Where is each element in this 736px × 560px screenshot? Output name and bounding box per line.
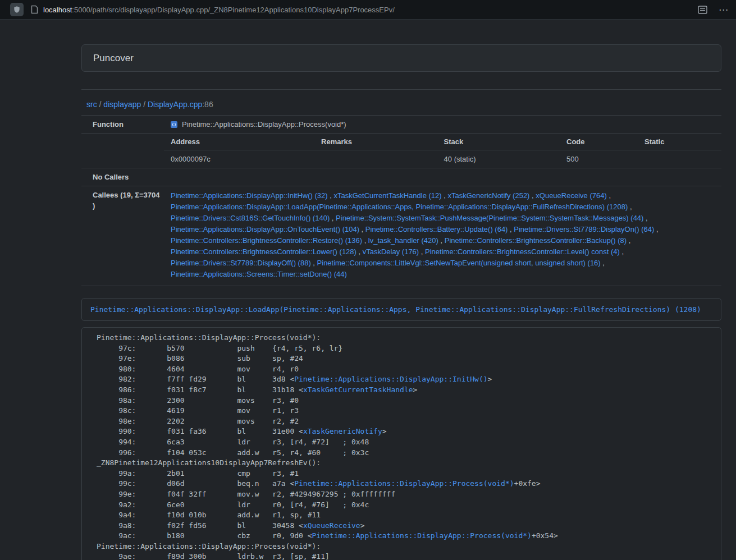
callee-link[interactable]: vTaskDelay (176) — [363, 247, 419, 256]
callee-separator: , — [362, 236, 368, 245]
callee-separator: , — [419, 247, 425, 256]
function-symbol: Pinetime::Applications::DisplayApp::Proc… — [182, 119, 346, 130]
stack-value: 40 (static) — [437, 150, 560, 168]
static-value — [638, 150, 721, 168]
page-header: Puncover — [81, 44, 721, 72]
url-bar[interactable]: localhost:5000/path/src/displayapp/Displ… — [43, 6, 698, 14]
breadcrumb-link-displayapp.cpp[interactable]: DisplayApp.cpp — [148, 100, 202, 109]
stats-values-row: 0x0000097c 40 (static) 500 — [164, 150, 721, 168]
callee-separator: , — [627, 236, 630, 245]
breadcrumb-line-number: :86 — [202, 100, 213, 109]
stats-label-spacer — [81, 134, 164, 168]
breadcrumb-link-src[interactable]: src — [86, 100, 97, 109]
callee-link[interactable]: Pinetime::Controllers::BrightnessControl… — [171, 247, 356, 256]
callee-separator: , — [607, 191, 611, 200]
col-remarks: Remarks — [314, 134, 437, 150]
disassembly-block: Pinetime::Applications::DisplayApp::Proc… — [81, 327, 721, 560]
url-host: localhost — [43, 6, 72, 14]
overflow-menu-icon[interactable]: ⋯ — [719, 5, 729, 15]
callee-separator: , — [601, 259, 605, 267]
callees-label: Callees (19, Σ=3704 ) — [81, 186, 164, 286]
breadcrumb-separator: / — [97, 100, 104, 109]
shield-icon — [13, 6, 21, 13]
page-title: Puncover — [93, 52, 710, 64]
callee-separator: , — [508, 225, 514, 233]
content-area: Puncover src / displayapp / DisplayApp.c… — [81, 20, 721, 560]
callee-link[interactable]: Pinetime::Applications::Screens::Timer::… — [171, 270, 347, 278]
callee-link[interactable]: Pinetime::Applications::DisplayApp::Load… — [171, 203, 628, 211]
callee-link[interactable]: xQueueReceive (764) — [536, 191, 606, 200]
callee-link[interactable]: Pinetime::Controllers::BrightnessControl… — [425, 247, 620, 256]
callee-separator: , — [311, 259, 317, 267]
no-callers-label: No Callers — [81, 168, 164, 186]
stats-row: Address Remarks Stack Code Static 0x0000… — [81, 133, 721, 168]
callee-link[interactable]: lv_task_handler (420) — [368, 236, 438, 245]
disassembly-symbol-link[interactable]: Pinetime::Applications::DisplayApp::Proc… — [294, 479, 514, 488]
callee-separator: , — [529, 191, 536, 200]
code-value: 500 — [560, 150, 638, 168]
function-symbol-cell: Pinetime::Applications::DisplayApp::Proc… — [164, 116, 721, 133]
callee-separator: , — [359, 225, 365, 233]
breadcrumb-separator: / — [141, 100, 148, 109]
callee-link[interactable]: xTaskGenericNotify (252) — [448, 191, 530, 200]
url-path: :5000/path/src/displayapp/DisplayApp.cpp… — [72, 6, 395, 14]
col-code: Code — [560, 134, 638, 150]
highlighted-symbol-box: Pinetime::Applications::DisplayApp::Load… — [81, 298, 721, 321]
callee-separator: , — [643, 214, 647, 222]
callee-link[interactable]: Pinetime::Components::LittleVgl::SetNewT… — [317, 259, 601, 267]
callee-separator: , — [356, 247, 363, 256]
stats-cell: Address Remarks Stack Code Static 0x0000… — [164, 134, 721, 168]
disassembly-symbol-link[interactable]: Pinetime::Applications::DisplayApp::Proc… — [312, 531, 532, 540]
callees-list: Pinetime::Applications::DisplayApp::Init… — [164, 186, 721, 286]
disassembly-symbol-link[interactable]: xTaskGetCurrentTaskHandle — [303, 385, 413, 394]
callee-separator: , — [654, 225, 658, 233]
callee-link[interactable]: Pinetime::Controllers::Battery::Update()… — [365, 225, 508, 233]
callee-link[interactable]: Pinetime::Applications::DisplayApp::OnTo… — [171, 225, 359, 233]
breadcrumb: src / displayapp / DisplayApp.cpp:86 — [81, 100, 721, 109]
function-label: Function — [81, 116, 164, 133]
callee-separator: , — [628, 203, 632, 211]
callee-separator: , — [620, 247, 624, 256]
remarks-value — [314, 150, 437, 168]
function-table: Function Pinetime::Applications::Display… — [81, 115, 721, 286]
callee-link[interactable]: xTaskGetCurrentTaskHandle (12) — [333, 191, 441, 200]
breadcrumb-link-displayapp[interactable]: displayapp — [103, 100, 141, 109]
col-address: Address — [164, 134, 314, 150]
disassembly-symbol-link[interactable]: Pinetime::Applications::DisplayApp::Init… — [294, 375, 487, 383]
callee-link[interactable]: Pinetime::System::SystemTask::PushMessag… — [336, 214, 643, 222]
col-stack: Stack — [437, 134, 560, 150]
function-row: Function Pinetime::Applications::Display… — [81, 116, 721, 133]
disassembly-symbol-link[interactable]: xTaskGenericNotify — [303, 427, 382, 435]
callers-cell — [164, 168, 721, 186]
callee-link[interactable]: Pinetime::Applications::DisplayApp::Init… — [171, 191, 328, 200]
callee-separator: , — [442, 191, 448, 200]
divider — [81, 89, 721, 90]
callee-link[interactable]: Pinetime::Drivers::Cst816S::GetTouchInfo… — [171, 214, 330, 222]
stats-table: Address Remarks Stack Code Static 0x0000… — [164, 134, 721, 168]
page-icon — [31, 5, 38, 14]
function-icon — [171, 121, 177, 128]
disassembly-symbol-link[interactable]: xQueueReceive — [303, 521, 360, 530]
callees-row: Callees (19, Σ=3704 ) Pinetime::Applicat… — [81, 186, 721, 286]
callee-separator: , — [438, 236, 445, 245]
callee-link[interactable]: Pinetime::Drivers::St7789::DisplayOff() … — [171, 259, 311, 267]
browser-toolbar: localhost:5000/path/src/displayapp/Displ… — [0, 0, 736, 20]
callee-link[interactable]: Pinetime::Controllers::BrightnessControl… — [445, 236, 627, 245]
callee-link[interactable]: Pinetime::Drivers::St7789::DisplayOn() (… — [514, 225, 654, 233]
no-callers-row: No Callers — [81, 168, 721, 186]
callee-separator: , — [330, 214, 336, 222]
callee-link[interactable]: Pinetime::Controllers::BrightnessControl… — [171, 236, 362, 245]
col-static: Static — [638, 134, 721, 150]
callee-separator: , — [328, 191, 334, 200]
reader-view-icon[interactable] — [698, 6, 707, 14]
highlighted-symbol-link[interactable]: Pinetime::Applications::DisplayApp::Load… — [90, 305, 701, 314]
address-value: 0x0000097c — [164, 150, 314, 168]
shield-extension-button[interactable] — [10, 3, 24, 16]
